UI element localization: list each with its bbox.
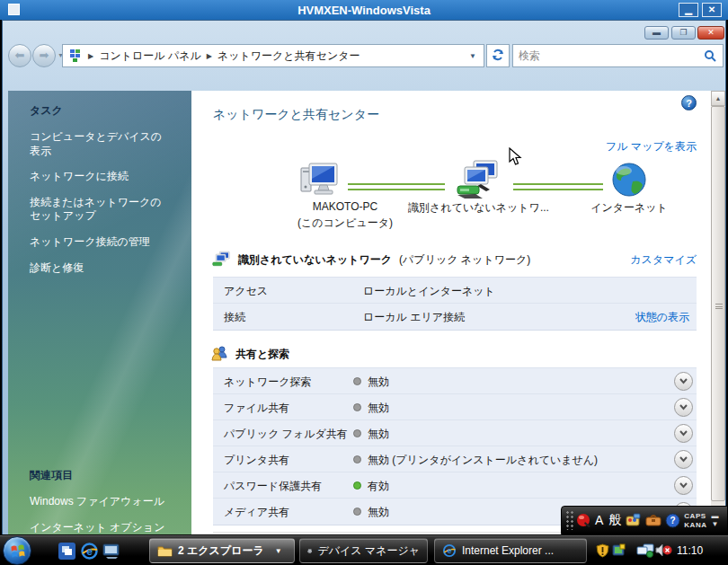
sharing-setting-status: 無効 [368, 427, 389, 442]
row-value: ローカル エリア接続 [363, 310, 465, 325]
map-node-network[interactable] [454, 159, 501, 204]
vm-window-title: HVMXEN-WindowsVista [0, 4, 728, 17]
security-alert-icon[interactable] [596, 543, 609, 558]
scroll-up-button[interactable]: ▲ [711, 91, 725, 106]
network-section-subtitle: (パブリック ネットワーク) [399, 252, 530, 268]
map-node-label: インターネット [580, 200, 679, 216]
sharing-setting-status: 無効 [368, 401, 389, 416]
sidebar-item-diagnose-repair[interactable]: 診断と修復 [30, 261, 168, 276]
taskbar-button-label: 2 エクスプローラ [178, 543, 264, 559]
status-dot [353, 455, 361, 463]
sidebar-item-windows-firewall[interactable]: Windows ファイアウォール [30, 495, 168, 509]
windows-flag-icon [4, 537, 32, 565]
sharing-section-header: 共有と探索 [211, 346, 289, 362]
page-title: ネットワークと共有センター [213, 107, 379, 123]
minimize-button[interactable]: ▬ [644, 26, 669, 40]
screen: HVMXEN-WindowsVista ▁ ✕ ▬ ❐ ✕ ⬅ ➡ ▼ ▶ コン… [0, 0, 728, 565]
map-node-internet[interactable] [611, 162, 647, 201]
refresh-button[interactable] [486, 44, 510, 67]
address-bar[interactable]: ▶ コントロール パネル ▶ ネットワークと共有センター ▼ [62, 44, 484, 67]
main-pane: ? ネットワークと共有センター フル マップを表示 [191, 91, 711, 553]
internet-explorer-icon[interactable]: e [80, 542, 99, 561]
status-dot [353, 377, 361, 385]
kana-indicator[interactable]: KANA [684, 521, 706, 529]
sharing-discovery-icon [211, 346, 228, 362]
sharing-settings-table: ネットワーク探索 無効 ファイル共有 無効 パブリック フォルダ共有 [213, 367, 697, 525]
expand-button[interactable] [674, 372, 693, 391]
ime-conversion-mode[interactable]: 般 [608, 512, 621, 528]
language-bar-options-icon[interactable]: ▼ [711, 522, 718, 527]
ime-toolbox-icon[interactable] [645, 513, 661, 527]
ime-help-icon[interactable]: ? [665, 513, 680, 528]
window-switcher-icon[interactable] [58, 542, 76, 561]
sidebar-item-view-computers[interactable]: コンピュータとデバイスの表示 [30, 130, 168, 158]
taskbar-button-device-manager[interactable]: デバイス マネージャ [299, 538, 428, 563]
map-connector [348, 183, 445, 190]
search-icon[interactable] [704, 49, 717, 63]
network-center-icon [68, 49, 83, 63]
ime-tools-palette-icon[interactable] [626, 513, 642, 527]
sidebar-item-internet-options[interactable]: インターネット オプション [30, 521, 168, 535]
ime-language-bar: A 般 ? CAPS KANA ▬ ▼ [561, 506, 728, 534]
sidebar-item-manage-connections[interactable]: ネットワーク接続の管理 [30, 235, 168, 250]
window-content: タスク コンピュータとデバイスの表示 ネットワークに接続 接続またはネットワーク… [8, 91, 725, 553]
view-status-link[interactable]: 状態の表示 [635, 310, 689, 325]
show-desktop-icon[interactable] [102, 542, 120, 561]
breadcrumb-network-sharing-center[interactable]: ネットワークと共有センター [218, 49, 360, 64]
taskbar-clock[interactable]: 11:10 [677, 544, 703, 557]
address-dropdown-icon[interactable]: ▼ [469, 52, 484, 60]
volume-muted-icon[interactable] [655, 543, 672, 557]
view-full-map-link[interactable]: フル マップを表示 [606, 139, 697, 154]
taskbar-button-label: Internet Explorer ... [462, 544, 554, 557]
expand-button[interactable] [674, 476, 693, 495]
back-button[interactable]: ⬅ [8, 44, 31, 67]
taskbar-button-internet-explorer[interactable]: e Internet Explorer ... [434, 538, 587, 563]
row-label: アクセス [224, 284, 268, 299]
taskbar: e 2 エクスプローラ ▼ デバイス マネージャ [0, 534, 728, 565]
vm-minimize-button[interactable]: ▁ [679, 3, 698, 17]
unidentified-network-icon [211, 251, 231, 269]
row-value: ローカルとインターネット [363, 284, 495, 299]
expand-button[interactable] [674, 450, 693, 469]
internet-explorer-icon: e [442, 543, 457, 558]
mouse-cursor [509, 147, 523, 167]
updates-tray-icon[interactable] [612, 543, 626, 557]
sidebar-item-connect-network[interactable]: ネットワークに接続 [30, 170, 168, 184]
vm-titlebar: HVMXEN-WindowsVista ▁ ✕ [0, 0, 728, 20]
search-input[interactable] [519, 47, 698, 65]
sidebar-item-setup-connection[interactable]: 接続またはネットワークのセットアップ [30, 196, 168, 224]
computer-icon [299, 161, 339, 199]
language-bar-minimize-icon[interactable]: ▬ [711, 514, 718, 519]
ime-pen-icon[interactable] [576, 512, 592, 528]
vm-close-button[interactable]: ✕ [702, 3, 722, 17]
sharing-setting-status: 無効 [368, 375, 389, 390]
sharing-setting-label: ネットワーク探索 [224, 375, 311, 390]
sharing-row-file-sharing: ファイル共有 無効 [213, 394, 697, 420]
status-dot [353, 481, 361, 490]
customize-link[interactable]: カスタマイズ [630, 252, 697, 268]
device-manager-icon [307, 545, 312, 557]
ime-input-mode[interactable]: A [595, 513, 603, 527]
network-icon [454, 159, 501, 200]
language-bar-grip[interactable] [565, 510, 574, 530]
help-button[interactable]: ? [681, 95, 697, 110]
restore-button[interactable]: ❐ [671, 26, 696, 40]
map-node-computer[interactable] [299, 161, 339, 202]
network-tray-icon[interactable] [636, 543, 654, 558]
start-button[interactable] [3, 536, 31, 565]
map-node-label: MAKOTO-PC [287, 200, 404, 213]
expand-button[interactable] [674, 424, 693, 443]
sharing-setting-status: 無効 [368, 505, 389, 520]
taskbar-button-explorer-group[interactable]: 2 エクスプローラ ▼ [149, 538, 295, 563]
taskbar-group-dropdown-icon[interactable]: ▼ [275, 547, 282, 555]
vertical-scrollbar[interactable]: ▲ [711, 91, 725, 553]
scrollbar-thumb[interactable] [711, 106, 725, 501]
sharing-row-printer: プリンタ共有 無効 (プリンタがインストールされていません) [213, 446, 697, 472]
close-button[interactable]: ✕ [697, 26, 724, 40]
expand-button[interactable] [674, 398, 693, 417]
caps-indicator[interactable]: CAPS [684, 512, 706, 520]
tasks-header: タスク [30, 103, 168, 119]
breadcrumb-control-panel[interactable]: コントロール パネル [99, 49, 201, 64]
search-box [512, 44, 724, 67]
forward-button[interactable]: ➡ [32, 44, 56, 67]
